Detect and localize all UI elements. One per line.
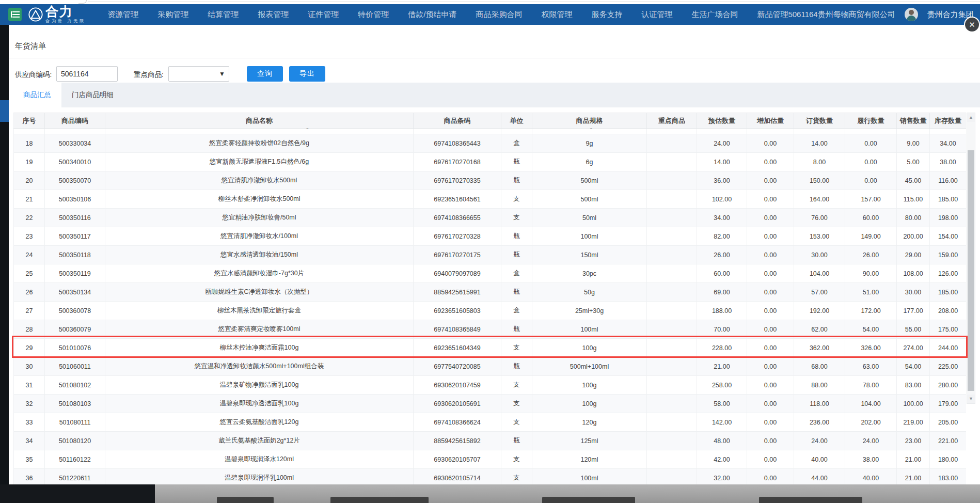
table-cell: 501080102 xyxy=(45,376,105,395)
table-cell: 153.00 xyxy=(794,227,845,246)
table-cell: 225.00 xyxy=(930,357,967,376)
table-cell: 盒 xyxy=(501,134,532,153)
logo-emblem-icon xyxy=(28,7,43,22)
nav-item[interactable]: 报表管理 xyxy=(258,10,289,20)
background-black-box xyxy=(0,484,155,503)
scrollbar-thumb[interactable] xyxy=(968,150,974,391)
table-cell: 100ml xyxy=(532,227,647,246)
table-cell: 36 xyxy=(14,469,45,485)
nav-item[interactable]: 资源管理 xyxy=(107,10,138,20)
nav-item[interactable]: 认证管理 xyxy=(641,10,672,20)
table-cell: 63.00 xyxy=(845,357,897,376)
table-cell: 0.00 xyxy=(747,246,794,264)
user-avatar-icon[interactable] xyxy=(905,8,918,21)
table-cell xyxy=(845,129,897,134)
table-cell: 326.00 xyxy=(845,339,897,357)
table-row[interactable]: 26500350134瓯咖妮维生素C净透卸妆水（次抛型）885942561599… xyxy=(14,283,967,302)
table-row[interactable]: 35501160122温碧泉即现润泽水120ml6930620105707支12… xyxy=(14,450,967,469)
table-cell: 100g xyxy=(532,395,647,413)
nav-user-name[interactable]: 贵州合力集团 xyxy=(927,10,974,20)
table-row[interactable]: 32501080103温碧泉即现净透洁面乳100g6930620105691支1… xyxy=(14,395,967,413)
table-row[interactable]: 21500350106柳丝木舒柔净润卸妆水500ml6923651604561支… xyxy=(14,190,967,209)
table-row[interactable]: 18500330034悠宜柔雾轻颜持妆粉饼02自然色/9g69741083654… xyxy=(14,134,967,153)
column-header: 销售数量 xyxy=(897,113,930,129)
table-cell: 54.00 xyxy=(845,320,897,339)
table-row[interactable]: 34501080120葳兰氏氨基酸洗面奶2g*12片8859425615892瓶… xyxy=(14,432,967,450)
browser-edge-line xyxy=(88,2,980,2)
table-row[interactable]: 33501080111悠宜云柔氨基酸洁面乳120g6974108366624支1… xyxy=(14,413,967,432)
table-cell: 6940079097089 xyxy=(414,264,501,283)
table-cell: 支 xyxy=(501,413,532,432)
clipped-text-blob xyxy=(217,497,274,503)
table-cell: 柳丝木舒柔净润卸妆水500ml xyxy=(105,190,414,209)
screen: 合力 合为贵 力无限 资源管理采购管理结算管理报表管理证件管理特价管理借款/预结… xyxy=(0,0,980,503)
table-row-highlighted[interactable]: 29501010076柳丝木控油净爽洁面霜100g6923651604349支1… xyxy=(14,339,967,357)
query-button[interactable]: 查询 xyxy=(247,66,283,82)
table-cell: 支 xyxy=(501,190,532,209)
table-cell: 瓶 xyxy=(501,171,532,190)
column-header: 序号 xyxy=(14,113,45,129)
table-row[interactable]: 22500350116悠宜精油净肤卸妆膏/50ml6974108366655支5… xyxy=(14,209,967,227)
table-row[interactable]: 28500360079悠宜柔雾清爽定妆喷雾100ml6974108365849瓶… xyxy=(14,320,967,339)
nav-item[interactable]: 采购管理 xyxy=(157,10,188,20)
table-cell: 25 xyxy=(14,264,45,283)
nav-item[interactable]: 服务支持 xyxy=(591,10,622,20)
table-cell: 温碧泉即现润泽水120ml xyxy=(105,450,414,469)
table-row-clipped[interactable]: 悠宜柔雾轻颜持妆粉饼01象牙白/9g盒9g xyxy=(14,129,967,134)
table-row[interactable]: 19500340010悠宜新颜无瑕遮瑕液F1.5自然色/6g6976170270… xyxy=(14,153,967,171)
nav-item[interactable]: 特价管理 xyxy=(358,10,389,20)
table-cell: 23.00 xyxy=(897,432,930,450)
title-divider xyxy=(9,58,980,58)
table-row[interactable]: 23500350117悠宜清肌净澈卸妆水/100ml6976170270328瓶… xyxy=(14,227,967,246)
table-row[interactable]: 30501060011悠宜温和净透卸妆洁颜水500ml+100ml组合装6977… xyxy=(14,357,967,376)
table-cell: 14.00 xyxy=(697,153,747,171)
table-row[interactable]: 24500350118悠宜水感清透卸妆油/150ml6976170270175瓶… xyxy=(14,246,967,264)
table-cell: 205.00 xyxy=(930,413,967,432)
close-icon[interactable]: ✕ xyxy=(965,18,979,32)
tab-active[interactable]: 商品汇总 xyxy=(13,83,61,107)
table-cell xyxy=(647,450,697,469)
table-cell: 29.00 xyxy=(897,246,930,264)
table-cell: 悠宜新颜无瑕遮瑕液F1.5自然色/6g xyxy=(105,153,414,171)
export-button[interactable]: 导出 xyxy=(289,66,325,82)
table-cell: 瓶 xyxy=(501,227,532,246)
table-cell: 0.00 xyxy=(845,134,897,153)
table-cell: 208.00 xyxy=(930,302,967,320)
nav-item[interactable]: 权限管理 xyxy=(541,10,572,20)
table-cell xyxy=(647,376,697,395)
table-cell: 159.00 xyxy=(930,246,967,264)
nav-item[interactable]: 商品采购合同 xyxy=(476,10,522,20)
nav-item[interactable]: 证件管理 xyxy=(308,10,339,20)
nav-company-name[interactable]: 5061164贵州每物商贸有限公司 xyxy=(788,10,895,20)
nav-item[interactable]: 借款/预结申请 xyxy=(408,10,456,20)
table-row[interactable]: 25500350119悠宜水感清颜卸妆湿巾-7g*30片694007909708… xyxy=(14,264,967,283)
table-row[interactable]: 27500360078柳丝木黑茶洗卸限定旅行套盒6923651605803盒25… xyxy=(14,302,967,320)
table-cell: 31 xyxy=(14,376,45,395)
nav-item[interactable]: 生活广场合同 xyxy=(691,10,738,20)
hamburger-menu-icon[interactable] xyxy=(8,8,22,21)
tab-inactive[interactable]: 门店商品明细 xyxy=(61,83,124,107)
table-cell: 30pc xyxy=(532,264,647,283)
table-row[interactable]: 20500350070悠宜清肌净澈卸妆水500ml6976170270335瓶5… xyxy=(14,171,967,190)
table-cell: 悠宜柔雾轻颜持妆粉饼02自然色/9g xyxy=(105,134,414,153)
table-scrollbar[interactable]: ▲ ▼ xyxy=(967,113,975,404)
nav-right-group: 5061164贵州每物商贸有限公司 贵州合力集团 xyxy=(788,8,973,21)
table-cell: 48.00 xyxy=(697,432,747,450)
nav-item[interactable]: 新品管理 xyxy=(757,10,788,20)
scroll-down-icon[interactable]: ▼ xyxy=(967,395,975,403)
table-cell: 0.00 xyxy=(747,153,794,171)
scroll-up-icon[interactable]: ▲ xyxy=(967,113,975,122)
column-header: 商品名称 xyxy=(105,113,414,129)
table-cell xyxy=(647,395,697,413)
key-product-select[interactable]: ▼ xyxy=(168,66,229,82)
table-cell: 83.00 xyxy=(897,376,930,395)
table-row[interactable]: 36501220611温碧泉即现润泽乳100ml6930620105714支10… xyxy=(14,469,967,485)
table-cell: 0.00 xyxy=(747,190,794,209)
table-cell: 26.00 xyxy=(845,246,897,264)
table-cell xyxy=(647,339,697,357)
nav-item[interactable]: 结算管理 xyxy=(208,10,239,20)
table-cell: 258.00 xyxy=(697,376,747,395)
supplier-code-input[interactable] xyxy=(56,66,118,82)
table-row[interactable]: 31501080102温碧泉矿物净颜洁面乳100g6930620107459支1… xyxy=(14,376,967,395)
table-cell: 24.00 xyxy=(845,432,897,450)
